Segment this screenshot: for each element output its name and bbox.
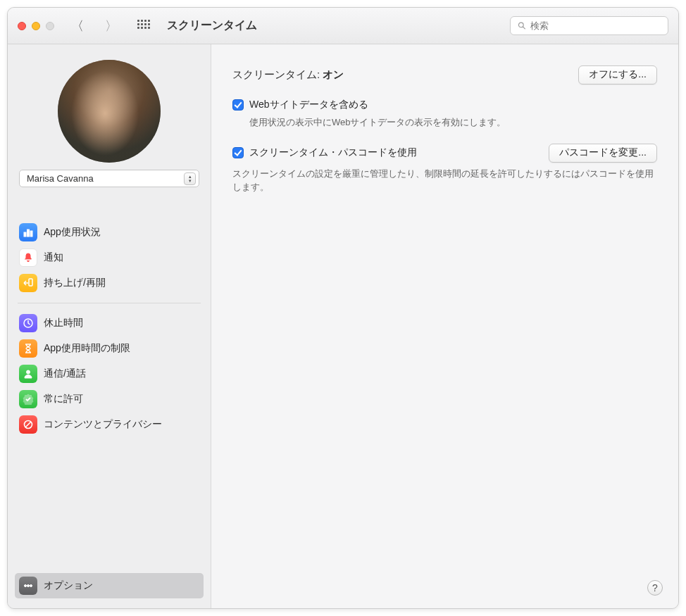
use-passcode-checkbox[interactable] (232, 147, 244, 158)
preferences-window: 〈 〉 スクリーンタイム Marisa Cavanna ▴▾ (7, 7, 679, 609)
window-title: スクリーンタイム (167, 18, 257, 33)
sidebar-item-label: 休止時間 (44, 317, 83, 329)
sidebar-item-label: 通知 (44, 251, 63, 264)
zoom-window-button[interactable] (46, 22, 54, 30)
svg-rect-5 (29, 279, 32, 286)
no-sign-icon (19, 415, 37, 434)
minimize-window-button[interactable] (32, 22, 40, 30)
close-window-button[interactable] (18, 22, 26, 30)
traffic-lights (18, 22, 54, 30)
titlebar: 〈 〉 スクリーンタイム (8, 8, 678, 44)
sidebar-item-content-privacy[interactable]: コンテンツとプライバシー (15, 412, 204, 437)
sidebar-item-app-usage[interactable]: App使用状況 (15, 220, 204, 245)
svg-line-9 (25, 422, 31, 427)
screen-time-status: スクリーンタイム: オン (232, 68, 344, 82)
search-icon (518, 21, 526, 30)
show-all-grid-icon[interactable] (137, 20, 150, 32)
search-input[interactable] (530, 20, 661, 31)
use-passcode-label: スクリーンタイム・パスコードを使用 (249, 146, 417, 159)
user-selector[interactable]: Marisa Cavanna ▴▾ (19, 170, 199, 187)
user-name: Marisa Cavanna (27, 173, 94, 184)
sidebar-item-label: 常に許可 (44, 393, 83, 406)
sidebar-item-label: 通信/通話 (44, 367, 86, 380)
hourglass-icon (19, 339, 37, 358)
clock-icon (19, 314, 37, 332)
svg-point-11 (27, 585, 30, 587)
sidebar-item-label: App使用時間の制限 (44, 342, 130, 355)
change-passcode-button[interactable]: パスコードを変更... (549, 144, 657, 163)
svg-point-7 (27, 370, 30, 374)
sidebar-divider (18, 303, 201, 303)
turn-off-button[interactable]: オフにする... (578, 65, 657, 84)
back-button[interactable]: 〈 (67, 17, 88, 35)
sidebar-item-label: オプション (44, 579, 93, 592)
svg-rect-4 (30, 231, 32, 237)
include-website-data-checkbox[interactable] (232, 99, 244, 111)
include-website-data-section: Webサイトデータを含める 使用状況の表示中にWebサイトデータの表示を有効にし… (232, 99, 657, 130)
help-button[interactable]: ? (647, 580, 663, 596)
sidebar-item-label: コンテンツとプライバシー (44, 418, 162, 431)
bell-icon (19, 249, 37, 267)
user-avatar (58, 60, 161, 163)
include-website-data-label: Webサイトデータを含める (249, 99, 368, 111)
sidebar-item-notifications[interactable]: 通知 (15, 245, 204, 270)
status-row: スクリーンタイム: オン オフにする... (232, 65, 657, 84)
person-icon (19, 365, 37, 383)
passcode-section: スクリーンタイム・パスコードを使用 パスコードを変更... スクリーンタイムの設… (232, 144, 657, 194)
forward-button: 〉 (101, 17, 122, 35)
svg-rect-2 (24, 232, 26, 237)
sidebar-item-communication[interactable]: 通信/通話 (15, 361, 204, 386)
svg-rect-3 (27, 230, 30, 237)
checkmark-badge-icon (19, 390, 37, 408)
sidebar-item-label: App使用状況 (44, 226, 101, 239)
svg-line-1 (523, 27, 525, 29)
include-website-data-desc: 使用状況の表示中にWebサイトデータの表示を有効にします。 (232, 115, 657, 130)
svg-point-12 (30, 585, 32, 587)
sidebar-item-always-allowed[interactable]: 常に許可 (15, 386, 204, 412)
search-field[interactable] (510, 16, 668, 35)
sidebar-item-app-limits[interactable]: App使用時間の制限 (15, 336, 204, 361)
sidebar-item-options[interactable]: オプション (15, 573, 204, 598)
pickup-icon (19, 274, 37, 292)
body: Marisa Cavanna ▴▾ App使用状況 通知 (8, 44, 678, 608)
svg-point-10 (25, 585, 27, 587)
bar-chart-icon (19, 223, 37, 241)
user-selector-stepper[interactable]: ▴▾ (184, 172, 196, 185)
ellipsis-icon (19, 577, 37, 595)
sidebar-item-pickups[interactable]: 持ち上げ/再開 (15, 270, 204, 296)
content-pane: スクリーンタイム: オン オフにする... Webサイトデータを含める 使用状況… (211, 44, 678, 608)
sidebar: Marisa Cavanna ▴▾ App使用状況 通知 (8, 44, 211, 608)
sidebar-item-label: 持ち上げ/再開 (44, 277, 106, 289)
sidebar-item-downtime[interactable]: 休止時間 (15, 310, 204, 336)
passcode-desc: スクリーンタイムの設定を厳重に管理したり、制限時間の延長を許可したりするにはパス… (232, 167, 657, 194)
